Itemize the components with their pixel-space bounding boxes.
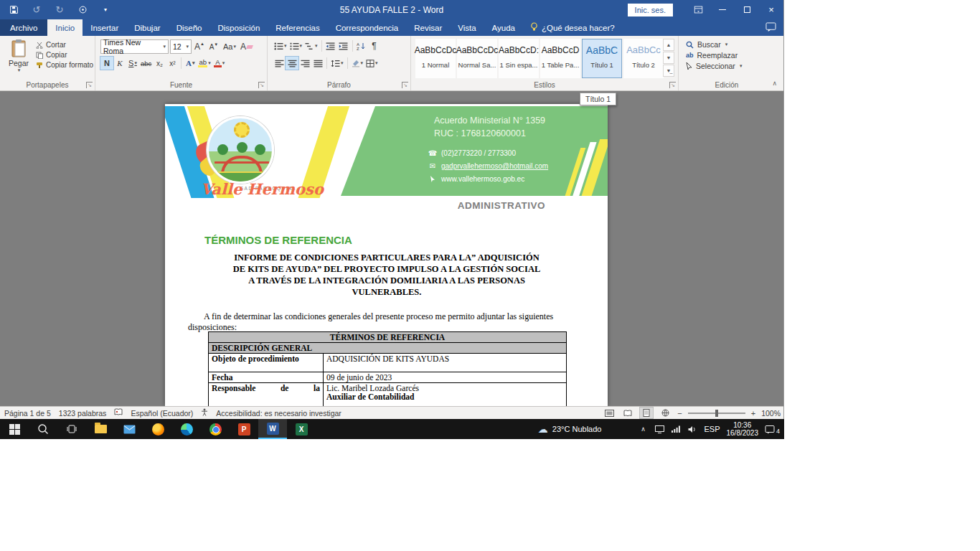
qat-customize-icon[interactable]: ▾	[99, 4, 112, 17]
style-card-titulo-2[interactable]: AaBbCc Título 2	[623, 39, 664, 78]
copy-button[interactable]: Copiar	[36, 51, 93, 59]
align-left-button[interactable]	[273, 57, 286, 70]
shading-button[interactable]: ▾	[350, 57, 365, 70]
firefox-button[interactable]	[143, 419, 172, 439]
edge-button[interactable]	[172, 419, 201, 439]
tab-diseno[interactable]: Diseño	[169, 19, 210, 36]
zoom-slider[interactable]	[688, 413, 745, 414]
tab-ayuda[interactable]: Ayuda	[484, 19, 523, 36]
line-spacing-button[interactable]: ▾	[329, 57, 345, 70]
replace-button[interactable]: ab Reemplazar	[686, 51, 742, 60]
zoom-in-button[interactable]: +	[751, 409, 755, 418]
minimize-button[interactable]	[710, 0, 735, 19]
tab-insertar[interactable]: Insertar	[83, 19, 126, 36]
language-indicator[interactable]: Español (Ecuador)	[131, 409, 193, 418]
paragraph-dialog-launcher[interactable]: ↘	[402, 82, 408, 88]
read-mode-icon[interactable]	[621, 408, 634, 418]
decrease-indent-button[interactable]	[324, 39, 337, 52]
notification-center-button[interactable]: 4	[765, 423, 780, 435]
borders-button[interactable]: ▾	[364, 57, 380, 70]
focus-mode-icon[interactable]	[603, 408, 616, 418]
tray-chevron-icon[interactable]: ∧	[638, 425, 648, 433]
clock-widget[interactable]: 10:36 16/8/2023	[726, 421, 758, 437]
subscript-button[interactable]: x₂	[153, 57, 166, 70]
cut-button[interactable]: Cortar	[36, 41, 93, 49]
tab-correspondencia[interactable]: Correspondencia	[328, 19, 407, 36]
weather-widget[interactable]: ☁ 23°C Nublado	[538, 423, 602, 435]
volume-icon[interactable]	[687, 425, 697, 433]
document-page[interactable]: Acuerdo Ministerial N° 1359 RUC : 176812…	[165, 104, 608, 406]
grow-font-button[interactable]: A▲	[193, 40, 206, 53]
powerpoint-button[interactable]: P	[230, 419, 258, 439]
format-painter-button[interactable]: Copiar formato	[36, 61, 93, 69]
web-layout-icon[interactable]	[659, 408, 672, 418]
font-size-combobox[interactable]: 12 ▾	[170, 39, 192, 54]
print-layout-icon[interactable]	[640, 408, 653, 418]
chrome-button[interactable]	[201, 419, 230, 439]
gallery-more-icon[interactable]: ▼̲	[663, 65, 674, 77]
collapse-ribbon-icon[interactable]: ∧	[772, 80, 777, 87]
style-card-table-pa[interactable]: AaBbCcD 1 Table Pa...	[540, 39, 580, 78]
gallery-down-icon[interactable]: ▼	[663, 52, 674, 64]
tray-display-icon[interactable]	[654, 425, 664, 433]
accessibility-icon[interactable]	[201, 408, 208, 418]
touch-mode-icon[interactable]	[76, 4, 89, 17]
tab-vista[interactable]: Vista	[450, 19, 484, 36]
sort-button[interactable]: AZ	[355, 39, 368, 52]
align-center-button[interactable]	[286, 57, 298, 70]
style-card-normal-sa[interactable]: AaBbCcDc Normal Sa...	[457, 39, 497, 78]
bullets-button[interactable]: ▾	[273, 39, 288, 52]
font-color-button[interactable]: A▾	[212, 57, 227, 70]
signin-button[interactable]: Inic. ses.	[628, 4, 673, 17]
start-button[interactable]	[0, 419, 29, 439]
feedback-comment-icon[interactable]	[765, 22, 776, 34]
change-case-button[interactable]: Aa▾	[222, 40, 237, 53]
clear-format-button[interactable]: A	[239, 40, 254, 53]
italic-button[interactable]: K	[113, 57, 126, 70]
paste-button[interactable]: Pegar ▾	[6, 39, 32, 79]
clipboard-dialog-launcher[interactable]: ↘	[86, 82, 93, 88]
highlight-button[interactable]: ab▾	[197, 57, 212, 70]
tab-revisar[interactable]: Revisar	[406, 19, 450, 36]
tab-inicio[interactable]: Inicio	[47, 19, 83, 36]
show-marks-button[interactable]: ¶	[368, 39, 381, 52]
zoom-out-button[interactable]: −	[677, 409, 682, 418]
paste-dropdown-icon[interactable]: ▾	[18, 67, 21, 73]
word-count[interactable]: 1323 palabras	[59, 409, 107, 418]
gallery-up-icon[interactable]: ▲	[663, 39, 674, 51]
shrink-font-button[interactable]: A▼	[207, 40, 220, 53]
save-icon[interactable]	[7, 4, 20, 17]
accessibility-status[interactable]: Accesibilidad: es necesario investigar	[216, 409, 341, 418]
font-name-combobox[interactable]: Times New Roma ▾	[100, 39, 169, 54]
find-button[interactable]: Buscar▾	[686, 40, 742, 49]
bold-button[interactable]: N	[100, 57, 113, 70]
underline-button[interactable]: S▾	[126, 57, 139, 70]
font-dialog-launcher[interactable]: ↘	[258, 82, 265, 88]
numbering-button[interactable]: ▾	[288, 39, 304, 52]
style-card-normal[interactable]: AaBbCcDc 1 Normal	[415, 39, 456, 78]
redo-icon[interactable]: ↻	[53, 4, 66, 17]
tab-disposicion[interactable]: Disposición	[209, 19, 268, 36]
ribbon-display-options-icon[interactable]	[686, 0, 710, 19]
tab-referencias[interactable]: Referencias	[268, 19, 327, 36]
multilevel-list-button[interactable]: ▾	[303, 39, 319, 52]
superscript-button[interactable]: x²	[166, 57, 179, 70]
file-explorer-button[interactable]	[86, 419, 115, 439]
network-icon[interactable]	[671, 425, 681, 433]
tab-archivo[interactable]: Archivo	[0, 19, 47, 36]
tab-dibujar[interactable]: Dibujar	[126, 19, 168, 36]
restore-button[interactable]	[735, 0, 759, 19]
zoom-slider-thumb[interactable]	[715, 410, 718, 417]
proofing-icon[interactable]	[114, 408, 123, 418]
word-button[interactable]: W	[258, 419, 287, 439]
zoom-level[interactable]: 100%	[761, 409, 781, 418]
strikethrough-button[interactable]: abc	[139, 57, 153, 70]
undo-icon[interactable]: ↺	[30, 4, 43, 17]
mail-button[interactable]	[115, 419, 143, 439]
increase-indent-button[interactable]	[337, 39, 350, 52]
keyboard-language[interactable]: ESP	[704, 425, 720, 433]
page-indicator[interactable]: Página 1 de 5	[4, 409, 51, 418]
close-button[interactable]: ×	[759, 0, 783, 19]
style-card-titulo-1[interactable]: AaBbC Título 1	[582, 39, 622, 78]
align-right-button[interactable]	[298, 57, 311, 70]
